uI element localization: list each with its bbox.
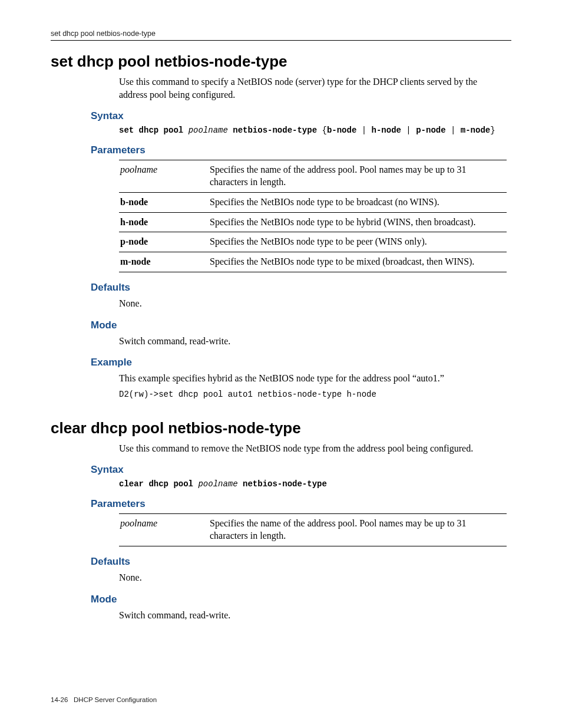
example-code: D2(rw)->set dhcp pool auto1 netbios-node… [119, 390, 507, 399]
defaults-text: None. [119, 571, 507, 584]
mode-text: Switch command, read-write. [119, 335, 507, 348]
parameters-heading: Parameters [91, 498, 511, 510]
syntax-keyword: netbios-node-type [228, 126, 322, 135]
syntax-keyword: clear dhcp pool [119, 479, 198, 489]
table-row: b-node Specifies the NetBIOs node type t… [119, 192, 507, 212]
param-name: b-node [119, 192, 209, 212]
command-title-set: set dhcp pool netbios-node-type [51, 52, 511, 71]
table-row: h-node Specifies the NetBIOs node type t… [119, 212, 507, 232]
param-name: poolname [119, 160, 209, 193]
running-head: set dhcp pool netbios-node-type [51, 29, 511, 40]
syntax-arg-poolname: poolname [198, 479, 237, 489]
param-name: p-node [119, 232, 209, 252]
defaults-text: None. [119, 297, 507, 310]
command-description: Use this command to specify a NetBIOS no… [119, 75, 507, 101]
syntax-pipe: | [401, 126, 416, 135]
param-name: m-node [119, 252, 209, 272]
syntax-line: set dhcp pool poolname netbios-node-type… [119, 126, 507, 135]
param-name: poolname [119, 514, 209, 546]
param-desc: Specifies the name of the address pool. … [209, 160, 507, 193]
syntax-brace: { [322, 126, 326, 135]
param-desc: Specifies the name of the address pool. … [209, 514, 507, 546]
param-desc: Specifies the NetBIOs node type to be mi… [209, 252, 507, 272]
syntax-keyword: set dhcp pool [119, 126, 189, 135]
mode-heading: Mode [91, 594, 511, 605]
syntax-heading: Syntax [91, 464, 511, 476]
parameters-table: poolname Specifies the name of the addre… [119, 160, 507, 272]
table-row: poolname Specifies the name of the addre… [119, 160, 507, 193]
mode-text: Switch command, read-write. [119, 609, 507, 622]
mode-heading: Mode [91, 319, 511, 331]
syntax-option: h-node [372, 126, 401, 135]
example-heading: Example [91, 357, 511, 368]
command-description: Use this command to remove the NetBIOS n… [119, 442, 507, 455]
table-row: poolname Specifies the name of the addre… [119, 514, 507, 546]
header-rule [51, 40, 511, 41]
param-desc: Specifies the NetBIOs node type to be br… [209, 192, 507, 212]
page-footer: 14-26 DHCP Server Configuration [51, 696, 157, 703]
footer-page-number: 14-26 [51, 696, 68, 703]
syntax-heading: Syntax [91, 110, 511, 122]
syntax-pipe: | [446, 126, 461, 135]
syntax-option: m-node [461, 126, 490, 135]
example-text: This example specifies hybrid as the Net… [119, 372, 507, 385]
page: set dhcp pool netbios-node-type set dhcp… [0, 0, 562, 728]
syntax-arg-poolname: poolname [189, 126, 228, 135]
table-row: m-node Specifies the NetBIOs node type t… [119, 252, 507, 272]
footer-section: DHCP Server Configuration [74, 696, 157, 703]
syntax-line: clear dhcp pool poolname netbios-node-ty… [119, 479, 507, 489]
param-name: h-node [119, 212, 209, 232]
param-desc: Specifies the NetBIOs node type to be hy… [209, 212, 507, 232]
defaults-heading: Defaults [91, 282, 511, 294]
parameters-table: poolname Specifies the name of the addre… [119, 513, 507, 546]
param-desc: Specifies the NetBIOs node type to be pe… [209, 232, 507, 252]
syntax-pipe: | [356, 126, 371, 135]
syntax-option: b-node [327, 126, 356, 135]
command-title-clear: clear dhcp pool netbios-node-type [51, 419, 511, 437]
syntax-option: p-node [416, 126, 445, 135]
defaults-heading: Defaults [91, 556, 511, 568]
table-row: p-node Specifies the NetBIOs node type t… [119, 232, 507, 252]
syntax-keyword: netbios-node-type [238, 479, 327, 489]
syntax-brace: } [490, 126, 495, 135]
parameters-heading: Parameters [91, 144, 511, 156]
